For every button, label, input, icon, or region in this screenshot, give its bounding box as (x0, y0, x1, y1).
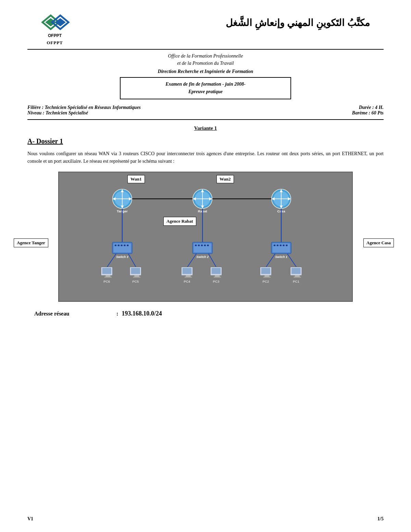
network-svg: Tanger Rabat Casa (66, 179, 345, 294)
svg-rect-83 (215, 275, 220, 277)
info-table: Filière : Technicien Spécialisé en Résea… (27, 105, 384, 116)
dossier-title: A- Dossier 1 (27, 137, 384, 145)
address-section: Adresse réseau : 193.168.10.0/24 (27, 310, 384, 317)
svg-rect-84 (214, 276, 221, 277)
svg-rect-40 (121, 245, 122, 246)
svg-rect-89 (263, 276, 271, 277)
svg-line-64 (266, 253, 275, 267)
svg-text:PC4: PC4 (184, 280, 191, 283)
page-header: OFPPT OFPPT مكتَّبُ التَكوينِ المهني وإن… (27, 14, 384, 46)
svg-rect-82 (212, 268, 221, 274)
ofppt-logo: OFPPT (38, 14, 72, 39)
svg-rect-38 (115, 245, 116, 246)
ofppt-text: OFPPT (48, 33, 62, 38)
svg-rect-87 (261, 268, 271, 274)
svg-text:Switch 3: Switch 3 (116, 255, 128, 258)
wan1-label: Wan1 (127, 175, 145, 183)
svg-rect-39 (118, 245, 120, 246)
exam-line2: Epreuve pratique (127, 88, 284, 96)
svg-line-63 (209, 253, 216, 267)
exam-box: Examen de fin de formation - juin 2008- … (120, 77, 291, 99)
arabic-title: مكتَّبُ التَكوينِ المهني وإنعاشِ الشَّغل (82, 14, 384, 28)
svg-text:Switch 2: Switch 2 (196, 255, 209, 258)
svg-rect-55 (277, 245, 278, 246)
svg-rect-49 (204, 245, 206, 246)
svg-rect-41 (124, 245, 125, 246)
info-right: Durée : 4 H. Barème : 60 Pts (352, 105, 384, 116)
svg-rect-94 (294, 276, 301, 277)
sub-header-line2: et de la Promotion du Travail (27, 60, 384, 67)
svg-rect-58 (286, 245, 287, 246)
exam-line1: Examen de fin de formation - juin 2008- (127, 81, 284, 88)
dossier-body: Nous voulons configurer un réseau WAN vi… (27, 150, 384, 165)
filiere-row: Filière : Technicien Spécialisé en Résea… (27, 105, 141, 110)
svg-rect-88 (264, 275, 269, 277)
svg-rect-68 (105, 275, 110, 277)
svg-rect-57 (283, 245, 284, 246)
agence-rabat-label: Agence Rabat (163, 217, 196, 226)
agence-casa-label: Agence Casa (363, 238, 394, 247)
diagram-wrapper: Agence Tanger Agence Casa Wan1 Wan2 Agen… (58, 172, 353, 302)
svg-rect-50 (207, 245, 209, 246)
footer-left: V1 (27, 516, 33, 522)
address-value: 193.168.10.0/24 (122, 310, 162, 317)
duree: Durée : 4 H. (352, 105, 384, 110)
svg-rect-79 (185, 276, 192, 277)
sub-header-line1: Office de la Formation Professionnelle (27, 52, 384, 60)
header-divider (27, 49, 384, 50)
svg-rect-93 (295, 275, 300, 277)
filiere-value: : Technicien Spécialisé en Réseaux Infor… (42, 105, 140, 110)
niveau-label: Niveau (27, 110, 41, 115)
page-footer: V1 1/5 (27, 516, 384, 522)
svg-rect-54 (274, 245, 275, 246)
filiere-label: Filière (27, 105, 41, 110)
bareme: Barème : 60 Pts (352, 110, 384, 116)
svg-rect-56 (280, 245, 282, 246)
svg-line-65 (287, 253, 297, 267)
svg-line-62 (187, 253, 197, 267)
svg-rect-92 (291, 268, 301, 274)
svg-line-60 (107, 253, 116, 267)
svg-rect-74 (133, 276, 140, 277)
svg-text:PC3: PC3 (213, 280, 219, 283)
svg-rect-47 (198, 245, 200, 246)
svg-text:Switch 1: Switch 1 (275, 255, 287, 258)
niveau-value: : Technicien Spécialisé (43, 110, 88, 115)
sub-header: Office de la Formation Professionnelle e… (27, 52, 384, 67)
svg-rect-46 (195, 245, 197, 246)
svg-rect-78 (186, 275, 191, 277)
svg-text:PC1: PC1 (293, 280, 299, 283)
svg-text:PC6: PC6 (103, 280, 110, 283)
svg-rect-42 (127, 245, 128, 246)
logo-area: OFPPT OFPPT (27, 14, 82, 46)
svg-rect-67 (102, 268, 111, 274)
wan2-label: Wan2 (216, 175, 234, 183)
svg-rect-72 (131, 268, 140, 274)
address-colon: : (116, 311, 118, 317)
network-diagram: Wan1 Wan2 Agence Rabat Tanger (58, 172, 353, 302)
direction-text: Direction Recherche et Ingénierie de For… (27, 69, 384, 74)
svg-rect-77 (183, 268, 192, 274)
main-divider (27, 119, 384, 120)
variante-title: Variante 1 (27, 125, 384, 131)
svg-rect-69 (104, 276, 112, 277)
niveau-row: Niveau : Technicien Spécialisé (27, 110, 141, 116)
svg-rect-73 (134, 275, 139, 277)
svg-line-61 (128, 253, 136, 267)
svg-text:PC5: PC5 (132, 280, 139, 283)
ofppt-label: OFPPT (47, 40, 63, 46)
svg-text:PC2: PC2 (263, 280, 269, 283)
svg-rect-48 (201, 245, 203, 246)
info-left: Filière : Technicien Spécialisé en Résea… (27, 105, 141, 116)
address-label: Adresse réseau (34, 311, 116, 317)
footer-right: 1/5 (377, 516, 384, 522)
agence-tanger-label: Agence Tanger (14, 238, 48, 247)
